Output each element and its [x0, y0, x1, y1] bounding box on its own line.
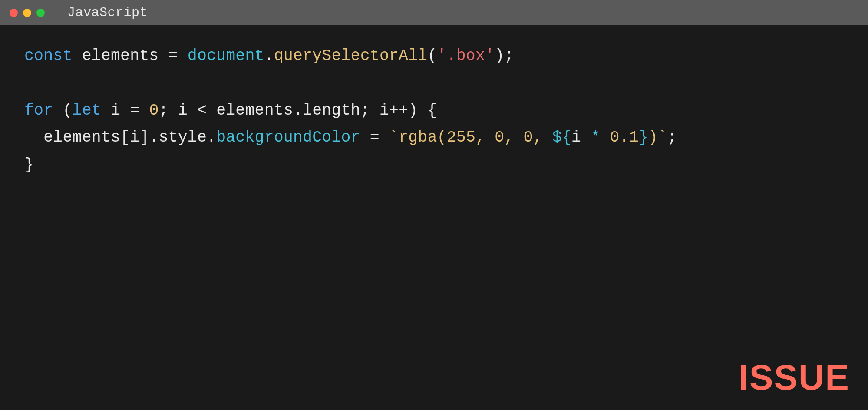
number: 0: [149, 102, 158, 119]
number: 0.1: [610, 129, 639, 146]
editor-window: JavaScript const elements = document.que…: [0, 0, 868, 410]
maximize-icon[interactable]: [36, 9, 45, 17]
string: .box: [447, 47, 485, 65]
template-string: rgba(: [399, 129, 447, 146]
identifier: elements: [82, 47, 159, 65]
titlebar: JavaScript: [0, 0, 868, 25]
identifier: i: [111, 102, 120, 119]
property: length: [303, 102, 360, 119]
close-icon[interactable]: [10, 9, 18, 17]
method: querySelectorAll: [274, 47, 428, 65]
keyword-const: const: [24, 47, 73, 65]
interp-close: }: [639, 129, 648, 146]
string-quote: ': [485, 47, 495, 65]
object: document: [188, 47, 264, 65]
property: backgroundColor: [216, 129, 360, 146]
operator: =: [168, 47, 178, 65]
keyword-let: let: [73, 102, 101, 119]
traffic-lights: [10, 9, 45, 17]
code-editor[interactable]: const elements = document.querySelectorA…: [0, 25, 868, 410]
watermark-label: ISSUE: [739, 357, 850, 398]
minimize-icon[interactable]: [23, 9, 31, 17]
backtick: `: [658, 129, 667, 146]
code-block: const elements = document.querySelectorA…: [24, 43, 844, 179]
backtick: `: [389, 129, 399, 146]
string-quote: ': [437, 47, 447, 65]
interp-open: $: [552, 129, 562, 146]
window-title: JavaScript: [67, 5, 148, 20]
keyword-for: for: [24, 102, 53, 119]
